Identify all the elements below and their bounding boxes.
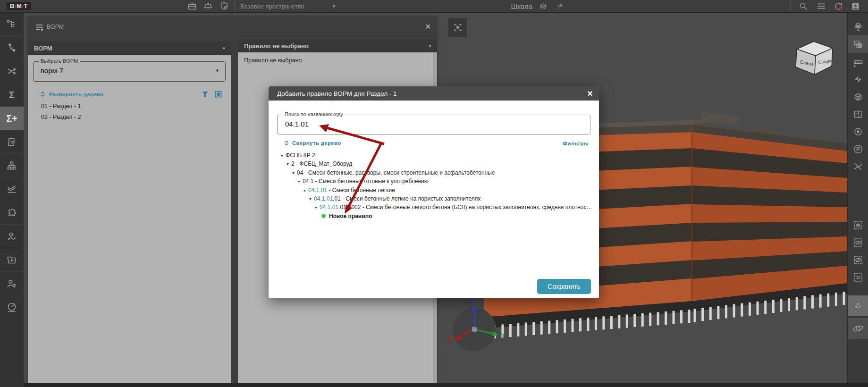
select-node-icon[interactable] (0, 36, 24, 59)
sync-alert-icon[interactable] (832, 1, 844, 11)
top-bar: BiMiT Базовое пространство ▼ Школа (0, 0, 868, 13)
isolate-box-icon[interactable] (848, 216, 868, 234)
avatar-icon[interactable] (849, 1, 861, 11)
show-box-icon[interactable] (848, 234, 868, 251)
sigma-icon[interactable]: Σ (0, 83, 24, 107)
trend-lines-icon[interactable] (0, 177, 24, 201)
sheet-2d-icon[interactable]: 2D (0, 130, 24, 154)
expand-tree-link[interactable]: Развернуть дерево (39, 91, 104, 98)
tree-row[interactable]: ▾04.1.01.01-0002 - Смеси бетонные легког… (269, 204, 596, 212)
vorm-select[interactable]: Выбрать ВОРМ ворм-7 ▾ (33, 61, 226, 82)
tree-row-new-rule[interactable]: Новое правило (269, 213, 596, 221)
caret-down-icon[interactable]: ▾ (292, 170, 295, 176)
caret-down-icon[interactable]: ▾ (298, 179, 300, 184)
rule-empty-text: Правило не выбрано (244, 57, 302, 64)
orbit-icon[interactable] (848, 318, 868, 339)
gear-icon[interactable] (537, 1, 549, 11)
folder-import-icon[interactable] (0, 248, 24, 272)
caret-down-icon[interactable]: ▾ (303, 188, 306, 193)
org-chart-icon[interactable] (0, 154, 24, 177)
vorm-panel-title: ВОРМ (34, 45, 52, 52)
hide-box-icon[interactable] (848, 251, 868, 269)
structure-tree-icon[interactable] (0, 12, 24, 36)
menu-list-icon[interactable] (815, 1, 827, 11)
topbar-divider (234, 1, 235, 11)
user-pin-icon[interactable] (0, 272, 24, 295)
solid-cube-icon[interactable] (848, 295, 868, 316)
axis-z-label: Z (472, 298, 476, 304)
section-item-1[interactable]: 01 - Раздел - 1 (41, 103, 81, 109)
search-input-label: Поиск по названию/коду (283, 111, 345, 117)
vorm-panel-header[interactable]: ВОРМ ▾ (28, 42, 231, 55)
nature-tree-icon[interactable] (848, 18, 868, 35)
caret-down-icon[interactable]: ▾ (315, 205, 317, 210)
caret-down-icon[interactable]: ▾ (309, 196, 312, 202)
search-input[interactable]: Поиск по названию/коду 04.1.01 (277, 115, 590, 135)
svg-text:1: 1 (854, 162, 856, 166)
rule-panel-header[interactable]: Правило не выбрано ▾ (238, 39, 437, 52)
dialog-footer: Сохранить (269, 273, 599, 298)
focus-selection-button[interactable] (448, 18, 467, 37)
flash-section-icon[interactable] (848, 70, 868, 88)
axis-x-label: X (448, 337, 452, 343)
search-input-value: 04.1.01 (285, 120, 309, 128)
vorm-select-caret-icon[interactable]: ▾ (216, 67, 219, 74)
clear-box-icon[interactable] (848, 269, 868, 286)
tree-row[interactable]: ▾04.1.01 - Смеси бетонные легкие (269, 187, 596, 195)
select-similar-icon[interactable] (848, 35, 868, 53)
view-cube[interactable]: Слева Сзади (796, 42, 833, 75)
filter-icon[interactable] (201, 90, 210, 99)
tree-row[interactable]: ▾04 - Смеси бетонные, растворы, смеси ст… (269, 169, 596, 178)
new-rule-dot-icon (321, 214, 326, 218)
caret-down-icon[interactable]: ▾ (281, 153, 283, 158)
window-close-icon[interactable]: × (422, 21, 434, 33)
dialog-title: Добавить правило ВОРМ для Раздел - 1 (277, 90, 397, 97)
flag-icon[interactable] (848, 140, 868, 158)
filters-link[interactable]: Фильтры (563, 141, 589, 146)
dialog-close-icon[interactable]: × (587, 89, 593, 98)
svg-text:2: 2 (860, 161, 861, 164)
gauge-icon[interactable] (0, 295, 24, 319)
bottom-strip (24, 383, 868, 387)
tree-row[interactable]: ▾2 - ФСБЦ_Мат_Оборуд (269, 160, 596, 169)
window-menu-icon[interactable] (34, 22, 45, 33)
shield-icon[interactable] (218, 1, 230, 11)
workspace-caret-icon[interactable]: ▼ (331, 4, 336, 9)
briefcase-icon[interactable] (186, 1, 198, 11)
svg-text:2D: 2D (10, 140, 15, 144)
sigma-plus-icon[interactable]: Σ+ (0, 107, 24, 130)
tree-row[interactable]: ▾04.1.01.01 - Смеси бетонные легкие на п… (269, 195, 596, 204)
right-toolbar: 12 (847, 12, 868, 387)
section-item-2[interactable]: 02 - Раздел - 2 (41, 114, 81, 120)
dimension-axes-icon[interactable]: 12 (848, 158, 868, 175)
ruler-icon[interactable] (848, 53, 868, 70)
expand-collapse-icon (39, 91, 46, 98)
rule-panel-caret-icon[interactable]: ▾ (429, 43, 431, 49)
vorm-panel-caret-icon[interactable]: ▾ (222, 45, 225, 51)
floorplan-icon[interactable] (848, 105, 868, 123)
user-check-icon[interactable] (0, 225, 24, 248)
vorm-select-label: Выбрать ВОРМ (39, 58, 80, 64)
caret-down-icon[interactable]: ▾ (287, 161, 289, 167)
vorm-panel-body: Выбрать ВОРМ ворм-7 ▾ Развернуть дерево … (28, 55, 231, 383)
left-toolbar: Σ Σ+ 2D (0, 12, 24, 387)
classifier-tree: ▾ФСНБ КР 2 ▾2 - ФСБЦ_Мат_Оборуд ▾04 - См… (269, 152, 596, 221)
expand-collapse-icon (283, 140, 290, 146)
section-box-icon[interactable] (848, 88, 868, 105)
window-title: ВОРМ (47, 24, 64, 30)
rule-panel-title: Правило не выбрано (244, 42, 309, 50)
team-icon[interactable] (202, 1, 214, 11)
target-icon[interactable] (848, 123, 868, 140)
dialog-header: Добавить правило ВОРМ для Раздел - 1 × (269, 86, 599, 101)
shuffle-icon[interactable] (0, 59, 24, 83)
workspace-selector-label[interactable]: Базовое пространство (240, 3, 304, 10)
tree-row[interactable]: ▾ФСНБ КР 2 (269, 152, 596, 160)
select-all-icon[interactable] (214, 90, 223, 99)
axis-y-label: Y (501, 332, 505, 339)
save-button[interactable]: Сохранить (537, 279, 591, 294)
tree-row[interactable]: ▾04.1 - Смеси бетонные готовые к употреб… (269, 178, 596, 186)
search-icon[interactable] (797, 1, 809, 11)
puzzle-icon[interactable] (0, 201, 24, 225)
share-icon[interactable] (554, 1, 566, 11)
collapse-tree-link[interactable]: Свернуть дерево (283, 140, 341, 146)
